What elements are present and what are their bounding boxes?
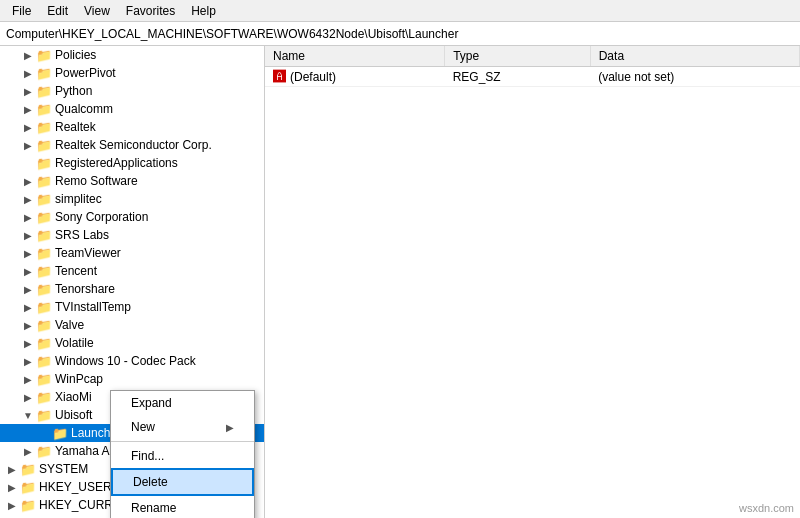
context-menu-item-label: Expand (131, 396, 172, 410)
table-row[interactable]: 🅰(Default)REG_SZ(value not set) (265, 67, 800, 87)
context-menu: ExpandNew▶Find...DeleteRename (110, 390, 255, 518)
tree-item[interactable]: ▶📁SRS Labs (0, 226, 264, 244)
tree-item-label: Valve (55, 318, 84, 332)
tree-arrow-icon: ▶ (20, 392, 36, 403)
tree-arrow-icon: ▶ (20, 122, 36, 133)
tree-item[interactable]: ▶📁Windows 10 - Codec Pack (0, 352, 264, 370)
tree-arrow-icon: ▶ (4, 464, 20, 475)
tree-item-label: Sony Corporation (55, 210, 148, 224)
menu-help[interactable]: Help (183, 2, 224, 20)
tree-item[interactable]: ▶📁PowerPivot (0, 64, 264, 82)
tree-item-label: XiaoMi (55, 390, 92, 404)
tree-item[interactable]: ▶📁Policies (0, 46, 264, 64)
folder-icon: 📁 (36, 282, 52, 297)
folder-icon: 📁 (36, 102, 52, 117)
folder-icon: 📁 (36, 390, 52, 405)
tree-arrow-icon: ▶ (20, 212, 36, 223)
tree-item[interactable]: ▶📁Realtek (0, 118, 264, 136)
tree-item[interactable]: ▶📁Volatile (0, 334, 264, 352)
registry-icon: 🅰 (273, 69, 286, 84)
folder-icon: 📁 (36, 192, 52, 207)
tree-arrow-icon: ▶ (20, 302, 36, 313)
folder-icon: 📁 (36, 84, 52, 99)
col-data: Data (590, 46, 799, 67)
context-menu-item-find[interactable]: Find... (111, 444, 254, 468)
context-menu-separator (111, 441, 254, 442)
tree-item[interactable]: ▶📁Tenorshare (0, 280, 264, 298)
tree-item-label: Qualcomm (55, 102, 113, 116)
folder-icon: 📁 (20, 480, 36, 495)
tree-item-label: RegisteredApplications (55, 156, 178, 170)
folder-icon: 📁 (36, 300, 52, 315)
tree-item-label: PowerPivot (55, 66, 116, 80)
context-menu-item-new[interactable]: New▶ (111, 415, 254, 439)
context-menu-item-label: New (131, 420, 155, 434)
tree-item[interactable]: ▶📁Realtek Semiconductor Corp. (0, 136, 264, 154)
tree-item-label: Ubisoft (55, 408, 92, 422)
value-name: 🅰(Default) (265, 67, 445, 87)
context-menu-submenu-arrow: ▶ (226, 422, 234, 433)
folder-icon: 📁 (36, 210, 52, 225)
menu-file[interactable]: File (4, 2, 39, 20)
tree-item-label: Volatile (55, 336, 94, 350)
tree-arrow-icon: ▶ (20, 356, 36, 367)
tree-arrow-icon: ▶ (20, 338, 36, 349)
tree-item-label: Tenorshare (55, 282, 115, 296)
tree-item-label: HKEY_USERS (39, 480, 120, 494)
context-menu-item-delete[interactable]: Delete (111, 468, 254, 496)
tree-arrow-icon: ▶ (4, 500, 20, 511)
tree-item-label: SYSTEM (39, 462, 88, 476)
tree-item[interactable]: ▶📁Tencent (0, 262, 264, 280)
folder-icon: 📁 (36, 408, 52, 423)
registry-values-panel: Name Type Data 🅰(Default)REG_SZ(value no… (265, 46, 800, 518)
folder-icon: 📁 (36, 354, 52, 369)
tree-item[interactable]: ▶📁Valve (0, 316, 264, 334)
tree-item-label: Remo Software (55, 174, 138, 188)
tree-arrow-icon: ▶ (20, 320, 36, 331)
folder-icon: 📁 (36, 120, 52, 135)
tree-arrow-icon: ▶ (20, 86, 36, 97)
tree-item[interactable]: ▶📁TVInstallTemp (0, 298, 264, 316)
tree-item[interactable]: ▶📁Sony Corporation (0, 208, 264, 226)
tree-arrow-icon: ▶ (20, 104, 36, 115)
tree-arrow-icon: ▶ (20, 266, 36, 277)
tree-item[interactable]: 📁RegisteredApplications (0, 154, 264, 172)
tree-arrow-icon: ▶ (20, 194, 36, 205)
tree-arrow-icon: ▶ (20, 248, 36, 259)
folder-icon: 📁 (20, 462, 36, 477)
folder-icon: 📁 (36, 174, 52, 189)
tree-arrow-icon: ▶ (20, 50, 36, 61)
tree-item[interactable]: ▶📁Qualcomm (0, 100, 264, 118)
menu-edit[interactable]: Edit (39, 2, 76, 20)
folder-icon: 📁 (36, 48, 52, 63)
col-type: Type (445, 46, 591, 67)
tree-arrow-icon: ▶ (20, 374, 36, 385)
context-menu-item-label: Rename (131, 501, 176, 515)
tree-item[interactable]: ▶📁WinPcap (0, 370, 264, 388)
tree-item-label: Python (55, 84, 92, 98)
menu-favorites[interactable]: Favorites (118, 2, 183, 20)
tree-item-label: SRS Labs (55, 228, 109, 242)
folder-icon: 📁 (36, 444, 52, 459)
tree-item[interactable]: ▶📁simplitec (0, 190, 264, 208)
tree-item[interactable]: ▶📁Remo Software (0, 172, 264, 190)
tree-arrow-icon: ▶ (20, 446, 36, 457)
context-menu-item-expand[interactable]: Expand (111, 391, 254, 415)
tree-arrow-icon: ▶ (20, 284, 36, 295)
tree-arrow-icon: ▶ (20, 68, 36, 79)
tree-item-label: Policies (55, 48, 96, 62)
tree-item[interactable]: ▶📁TeamViewer (0, 244, 264, 262)
tree-item-label: Windows 10 - Codec Pack (55, 354, 196, 368)
context-menu-item-label: Find... (131, 449, 164, 463)
col-name: Name (265, 46, 445, 67)
value-data: (value not set) (590, 67, 799, 87)
context-menu-item-label: Delete (133, 475, 168, 489)
tree-item-label: TVInstallTemp (55, 300, 131, 314)
folder-icon: 📁 (36, 246, 52, 261)
context-menu-item-rename[interactable]: Rename (111, 496, 254, 518)
tree-arrow-icon: ▼ (20, 410, 36, 421)
tree-item[interactable]: ▶📁Python (0, 82, 264, 100)
tree-arrow-icon: ▶ (20, 176, 36, 187)
value-type: REG_SZ (445, 67, 591, 87)
menu-view[interactable]: View (76, 2, 118, 20)
